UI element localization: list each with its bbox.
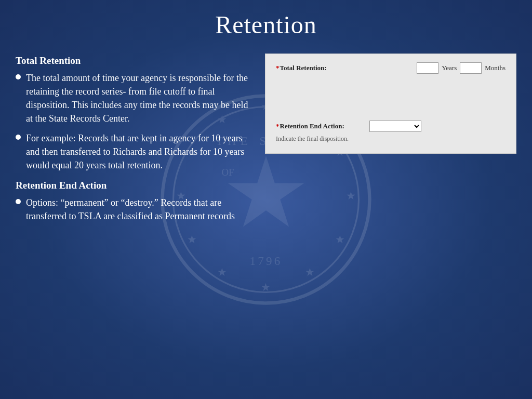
bullet-text-3: Options: “permanent” or “destroy.” Recor… xyxy=(26,196,255,223)
list-item: For example: Records that are kept in ag… xyxy=(16,131,255,172)
list-item: Options: “permanent” or “destroy.” Recor… xyxy=(16,196,255,223)
years-label: Years xyxy=(442,64,457,72)
total-retention-inputs: Years Months xyxy=(417,62,506,74)
months-input[interactable] xyxy=(460,62,482,74)
form-spacer xyxy=(276,84,506,110)
main-layout: Total Retention The total amount of time… xyxy=(16,54,516,229)
right-panel: *Total Retention: Years Months *Retentio… xyxy=(265,54,516,154)
retention-end-select[interactable]: Permanent Destroy xyxy=(369,121,421,132)
page-title: Retention xyxy=(16,10,516,39)
left-panel: Total Retention The total amount of time… xyxy=(16,54,255,229)
retention-end-row: *Retention End Action: Permanent Destroy… xyxy=(276,121,506,143)
required-star-2: * xyxy=(276,122,280,130)
bullet-list-2: Options: “permanent” or “destroy.” Recor… xyxy=(16,196,255,223)
bullet-list-1: The total amount of time your agency is … xyxy=(16,71,255,172)
bullet-text-2: For example: Records that are kept in ag… xyxy=(26,131,255,172)
retention-end-label-row: *Retention End Action: Permanent Destroy xyxy=(276,121,506,132)
months-label: Months xyxy=(485,64,506,72)
bullet-icon xyxy=(16,199,21,204)
total-retention-label: *Total Retention: xyxy=(276,64,359,72)
required-star: * xyxy=(276,64,280,72)
bullet-icon xyxy=(16,135,21,140)
list-item: The total amount of time your agency is … xyxy=(16,71,255,125)
form-card: *Total Retention: Years Months *Retentio… xyxy=(265,54,516,154)
page-content: Retention Total Retention The total amou… xyxy=(0,0,532,399)
years-input[interactable] xyxy=(417,62,438,74)
retention-end-hint: Indicate the final disposition. xyxy=(276,135,349,143)
bullet-icon xyxy=(16,74,21,79)
bullet-text-1: The total amount of time your agency is … xyxy=(26,71,255,125)
total-retention-row: *Total Retention: Years Months xyxy=(276,62,506,78)
section1-heading: Total Retention xyxy=(16,54,255,68)
retention-end-label: *Retention End Action: xyxy=(276,122,359,130)
section2-heading: Retention End Action xyxy=(16,178,255,193)
